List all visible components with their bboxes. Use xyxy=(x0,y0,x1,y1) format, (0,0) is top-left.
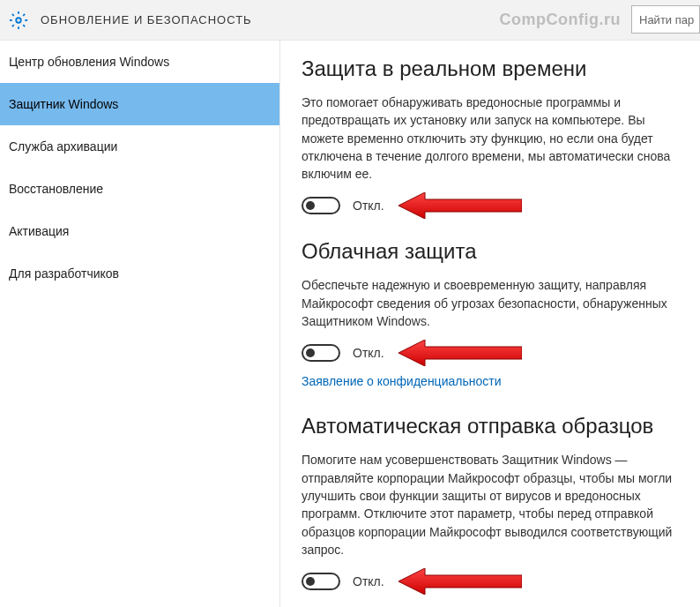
sidebar: Центр обновления Windows Защитник Window… xyxy=(0,41,280,607)
sidebar-item-backup[interactable]: Служба архивации xyxy=(0,125,279,168)
privacy-link[interactable]: Заявление о конфиденциальности xyxy=(302,374,501,388)
section-realtime-title: Защита в реальном времени xyxy=(302,56,679,81)
sidebar-item-activation[interactable]: Активация xyxy=(0,210,279,252)
arrow-icon xyxy=(398,340,522,366)
toggle-samples-label: Откл. xyxy=(353,574,384,588)
toggle-realtime[interactable] xyxy=(302,197,340,214)
toggle-knob xyxy=(306,348,315,357)
watermark: CompConfig.ru xyxy=(500,11,621,29)
toggle-row-realtime: Откл. xyxy=(302,197,679,214)
sidebar-item-developers[interactable]: Для разработчиков xyxy=(0,252,279,295)
section-samples-title: Автоматическая отправка образцов xyxy=(302,414,679,438)
toggle-row-cloud: Откл. xyxy=(302,344,679,362)
content: Центр обновления Windows Защитник Window… xyxy=(0,41,700,607)
sidebar-item-recovery[interactable]: Восстановление xyxy=(0,168,279,210)
arrow-icon xyxy=(398,192,522,219)
toggle-knob xyxy=(306,201,315,210)
section-cloud-title: Облачная защита xyxy=(302,239,679,264)
toggle-realtime-label: Откл. xyxy=(353,199,384,213)
section-realtime-desc: Это помогает обнаруживать вредоносные пр… xyxy=(302,94,679,183)
section-samples: Автоматическая отправка образцов Помогит… xyxy=(302,414,679,590)
main-panel: Защита в реальном времени Это помогает о… xyxy=(280,41,700,607)
toggle-cloud-label: Откл. xyxy=(353,346,384,360)
toggle-knob xyxy=(306,577,315,586)
svg-point-0 xyxy=(16,18,21,23)
section-samples-desc: Помогите нам усовершенствовать Защитник … xyxy=(302,451,679,558)
toggle-cloud[interactable] xyxy=(302,344,340,362)
section-cloud-desc: Обеспечьте надежную и своевременную защи… xyxy=(302,276,679,330)
toggle-row-samples: Откл. xyxy=(302,573,679,590)
search-input[interactable]: Найти пар xyxy=(631,5,700,34)
arrow-icon xyxy=(398,568,522,595)
header-title: ОБНОВЛЕНИЕ И БЕЗОПАСНОСТЬ xyxy=(41,13,252,26)
section-realtime: Защита в реальном времени Это помогает о… xyxy=(302,56,679,214)
gear-icon xyxy=(9,11,28,30)
section-cloud: Облачная защита Обеспечьте надежную и св… xyxy=(302,239,679,389)
sidebar-item-update[interactable]: Центр обновления Windows xyxy=(0,41,279,83)
toggle-samples[interactable] xyxy=(302,573,340,590)
sidebar-item-defender[interactable]: Защитник Windows xyxy=(0,83,279,125)
header: ОБНОВЛЕНИЕ И БЕЗОПАСНОСТЬ CompConfig.ru … xyxy=(0,0,700,41)
